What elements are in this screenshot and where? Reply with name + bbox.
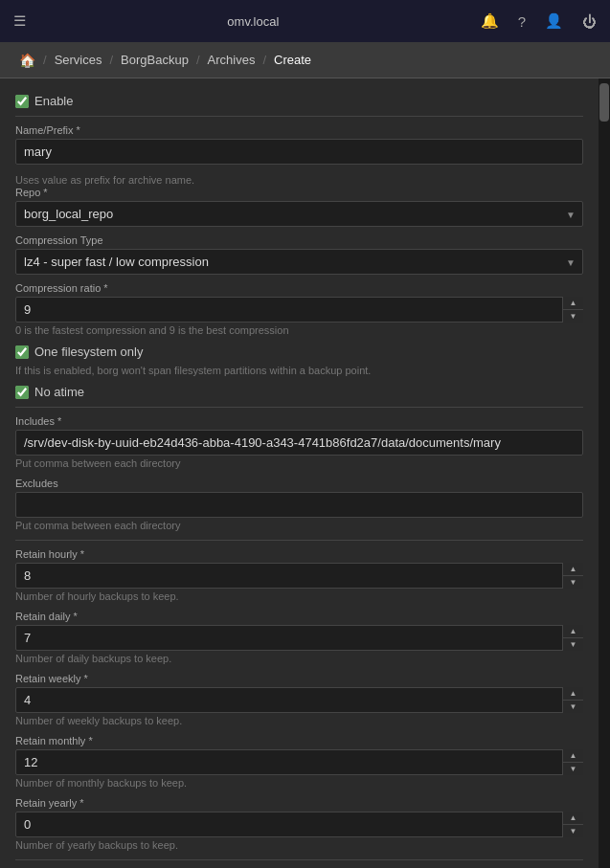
retain-hourly-input[interactable] (15, 563, 583, 589)
retain-yearly-up[interactable]: ▲ (563, 812, 583, 825)
excludes-row: Excludes Put comma between each director… (15, 478, 583, 532)
scrollbar-track[interactable] (599, 78, 610, 868)
compression-ratio-input[interactable] (15, 297, 583, 323)
compression-type-select[interactable]: lz4 - super fast / low compression zstd … (15, 249, 583, 275)
breadcrumb-archives[interactable]: Archives (200, 42, 263, 78)
excludes-hint: Put comma between each directory (15, 520, 180, 531)
enable-checkbox[interactable] (15, 95, 29, 108)
main-wrapper: Enable Name/Prefix * Uses value as prefi… (0, 78, 610, 868)
compression-ratio-row: Compression ratio * ▲ ▼ 0 is the fastest… (15, 282, 583, 337)
hamburger-menu-button[interactable]: ☰ (11, 11, 28, 32)
breadcrumb-services[interactable]: Services (47, 42, 110, 78)
retain-monthly-spinner: ▲ ▼ (562, 749, 583, 775)
name-prefix-input[interactable] (15, 139, 583, 165)
one-filesystem-row: One filesystem only If this is enabled, … (15, 345, 583, 377)
retain-hourly-down[interactable]: ▼ (563, 576, 583, 589)
retain-yearly-wrapper: ▲ ▼ (15, 812, 583, 837)
breadcrumb-borgbackup[interactable]: BorgBackup (113, 42, 196, 78)
repo-select-wrapper: borg_local_repo ▼ (15, 201, 583, 227)
retain-daily-input[interactable] (15, 625, 583, 651)
retain-weekly-label: Retain weekly * (15, 673, 583, 684)
retain-daily-up[interactable]: ▲ (563, 625, 583, 638)
compression-ratio-hint: 0 is the fastest compression and 9 is th… (15, 324, 289, 336)
retain-hourly-hint: Number of hourly backups to keep. (15, 590, 179, 602)
repo-row: Uses value as prefix for archive name. R… (15, 172, 583, 227)
compression-ratio-wrapper: ▲ ▼ (15, 297, 583, 323)
retain-yearly-spinner: ▲ ▼ (562, 812, 583, 837)
retain-yearly-down[interactable]: ▼ (563, 825, 583, 837)
retain-monthly-wrapper: ▲ ▼ (15, 749, 583, 775)
compression-type-label: Compression Type (15, 234, 583, 246)
notifications-button[interactable]: 🔔 (479, 11, 501, 32)
retain-monthly-label: Retain monthly * (15, 735, 583, 746)
retain-daily-spinner: ▲ ▼ (562, 625, 583, 651)
divider-3 (15, 540, 583, 541)
divider-1 (15, 116, 583, 117)
one-filesystem-hint: If this is enabled, borg won't span file… (15, 365, 371, 376)
retain-weekly-wrapper: ▲ ▼ (15, 687, 583, 713)
name-prefix-label: Name/Prefix * (15, 124, 583, 136)
enable-label[interactable]: Enable (34, 94, 73, 108)
power-button[interactable]: ⏻ (580, 11, 599, 32)
no-atime-checkbox[interactable] (15, 386, 29, 399)
retain-weekly-up[interactable]: ▲ (563, 687, 583, 701)
retain-hourly-label: Retain hourly * (15, 548, 583, 560)
breadcrumb-home[interactable]: 🏠 (11, 42, 43, 78)
hostname: omv.local (227, 14, 279, 29)
retain-monthly-input[interactable] (15, 749, 583, 775)
no-atime-row: No atime (15, 385, 583, 399)
retain-hourly-row: Retain hourly * ▲ ▼ Number of hourly bac… (15, 548, 583, 603)
retain-weekly-hint: Number of weekly backups to keep. (15, 715, 182, 726)
retain-daily-hint: Number of daily backups to keep. (15, 653, 171, 664)
retain-hourly-spinner: ▲ ▼ (562, 563, 583, 589)
includes-hint: Put comma between each directory (15, 457, 180, 469)
includes-input[interactable] (15, 430, 583, 456)
retain-weekly-row: Retain weekly * ▲ ▼ Number of weekly bac… (15, 673, 583, 727)
repo-hint: Uses value as prefix for archive name. (15, 174, 194, 186)
compression-ratio-spinner: ▲ ▼ (562, 297, 583, 323)
retain-monthly-up[interactable]: ▲ (563, 749, 583, 763)
retain-yearly-input[interactable] (15, 812, 583, 837)
divider-2 (15, 407, 583, 408)
compression-type-row: Compression Type lz4 - super fast / low … (15, 234, 583, 275)
includes-label: Includes * (15, 415, 583, 427)
retain-monthly-hint: Number of monthly backups to keep. (15, 777, 187, 789)
retain-monthly-row: Retain monthly * ▲ ▼ Number of monthly b… (15, 735, 583, 790)
retain-monthly-down[interactable]: ▼ (563, 763, 583, 775)
scrollbar-thumb[interactable] (599, 83, 609, 122)
retain-weekly-spinner: ▲ ▼ (562, 687, 583, 713)
retain-daily-label: Retain daily * (15, 611, 583, 622)
repo-label: Repo * (15, 187, 583, 198)
retain-weekly-input[interactable] (15, 687, 583, 713)
breadcrumb-create[interactable]: Create (266, 42, 319, 78)
one-filesystem-label[interactable]: One filesystem only (34, 345, 143, 359)
compression-ratio-up[interactable]: ▲ (563, 297, 583, 310)
retain-daily-row: Retain daily * ▲ ▼ Number of daily backu… (15, 611, 583, 665)
topbar-right: 🔔 ? 👤 ⏻ (479, 11, 599, 32)
repo-select[interactable]: borg_local_repo (15, 201, 583, 227)
topbar-left: ☰ (11, 11, 28, 32)
topbar: ☰ omv.local 🔔 ? 👤 ⏻ (0, 0, 610, 42)
retain-yearly-label: Retain yearly * (15, 797, 583, 809)
user-button[interactable]: 👤 (543, 11, 565, 32)
excludes-label: Excludes (15, 478, 583, 489)
excludes-input[interactable] (15, 492, 583, 518)
retain-weekly-down[interactable]: ▼ (563, 701, 583, 713)
compression-ratio-down[interactable]: ▼ (563, 310, 583, 323)
main-content: Enable Name/Prefix * Uses value as prefi… (0, 78, 599, 868)
no-atime-label[interactable]: No atime (34, 385, 84, 399)
compression-ratio-label: Compression ratio * (15, 282, 583, 294)
retain-hourly-wrapper: ▲ ▼ (15, 563, 583, 589)
retain-yearly-row: Retain yearly * ▲ ▼ Number of yearly bac… (15, 797, 583, 852)
breadcrumb: 🏠 / Services / BorgBackup / Archives / C… (0, 42, 610, 78)
help-button[interactable]: ? (516, 11, 528, 32)
compression-type-select-wrapper: lz4 - super fast / low compression zstd … (15, 249, 583, 275)
enable-row: Enable (15, 94, 583, 108)
retain-daily-down[interactable]: ▼ (563, 638, 583, 651)
retain-daily-wrapper: ▲ ▼ (15, 625, 583, 651)
divider-4 (15, 859, 583, 860)
retain-hourly-up[interactable]: ▲ (563, 563, 583, 576)
name-prefix-row: Name/Prefix * (15, 124, 583, 165)
one-filesystem-checkbox[interactable] (15, 345, 29, 359)
includes-row: Includes * Put comma between each direct… (15, 415, 583, 470)
